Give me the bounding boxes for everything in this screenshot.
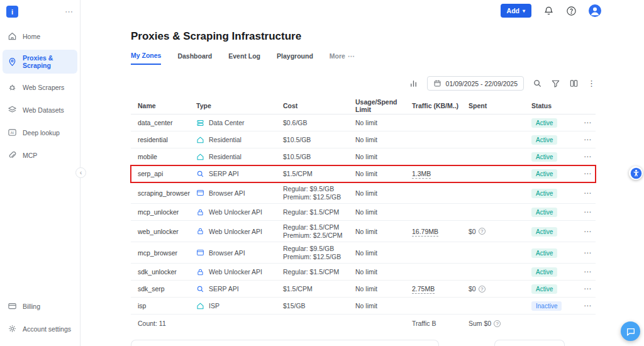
tab-more[interactable]: More⋯ — [330, 52, 355, 65]
sidebar-item-home[interactable]: Home — [3, 27, 77, 45]
col-cost[interactable]: Cost — [283, 102, 355, 109]
add-button-label: Add — [507, 7, 519, 14]
row-menu-icon[interactable]: ⋯ — [584, 248, 591, 257]
row-menu-icon[interactable]: ⋯ — [584, 301, 591, 310]
status-badge: Inactive — [531, 301, 562, 311]
sidebar-item-proxies-scraping[interactable]: Proxies & Scraping — [3, 50, 77, 74]
row-menu-icon[interactable]: ⋯ — [584, 227, 591, 236]
table-row[interactable]: web_unlocker Web Unlocker API Regular: $… — [131, 221, 596, 242]
status-badge: Active — [531, 152, 557, 162]
sidebar-item-billing[interactable]: Billing — [3, 297, 77, 315]
add-button[interactable]: Add ▾ — [501, 4, 531, 18]
col-traffic[interactable]: Traffic (KB/M..) — [412, 102, 469, 109]
zone-cost: Regular: $1.5/CPM — [283, 268, 355, 276]
table-row[interactable]: scraping_browser Browser API Regular: $9… — [131, 182, 596, 204]
sidebar-item-label: MCP — [23, 152, 37, 159]
zone-name: scraping_browser — [138, 189, 196, 197]
toolbar-menu-icon[interactable]: ⋮ — [587, 79, 596, 88]
zone-traffic[interactable]: 16.79MB — [412, 228, 438, 237]
zone-type: SERP API — [209, 170, 239, 177]
zone-limit: No limit — [355, 285, 412, 293]
help-icon[interactable]: ? — [494, 320, 501, 327]
zones-table-body: data_center Data Center $0.6/GB No limit… — [131, 114, 596, 315]
zone-type: Web Unlocker API — [209, 268, 262, 276]
columns-icon[interactable] — [569, 79, 579, 88]
table-row[interactable]: sdk_unlocker Web Unlocker API Regular: $… — [131, 264, 596, 281]
table-row[interactable]: mcp_browser Browser API Regular: $9.5/GB… — [131, 242, 596, 264]
zone-type: Residential — [209, 136, 242, 143]
help-icon[interactable]: ? — [479, 228, 486, 235]
user-avatar[interactable] — [589, 4, 601, 17]
zone-traffic[interactable]: 1.3MB — [412, 170, 431, 179]
sidebar-item-web-datasets[interactable]: Web Datasets — [3, 101, 77, 119]
table-row[interactable]: data_center Data Center $0.6/GB No limit… — [131, 114, 596, 131]
lock-icon — [196, 227, 204, 235]
tabs-bar: My Zones Dashboard Event Log Playground … — [131, 52, 596, 65]
sidebar-item-label: Proxies & Scraping — [23, 54, 72, 69]
status-badge: Active — [531, 118, 557, 128]
help-circle-icon[interactable] — [566, 6, 577, 16]
row-menu-icon[interactable]: ⋯ — [584, 152, 591, 161]
tab-playground[interactable]: Playground — [277, 52, 313, 65]
row-menu-icon[interactable]: ⋯ — [584, 208, 591, 216]
table-toolbar: 01/09/2025 - 22/09/2025 ⋮ — [131, 76, 596, 91]
row-menu-icon[interactable]: ⋯ — [584, 189, 591, 198]
zone-cost: $10.5/GB — [283, 136, 355, 144]
sidebar-item-label: Home — [23, 33, 40, 40]
sidebar-item-label: Web Datasets — [23, 106, 64, 114]
sidebar-collapse-button[interactable]: ‹ — [75, 167, 86, 178]
footer-spent-sum: Sum $0 — [469, 320, 491, 327]
row-menu-icon[interactable]: ⋯ — [584, 169, 591, 178]
accessibility-icon — [630, 167, 642, 179]
table-row[interactable]: sdk_serp SERP API $1.5/CPM No limit 2.75… — [131, 281, 596, 298]
sidebar-item-label: Deep lookup — [23, 129, 60, 137]
date-range-picker[interactable]: 01/09/2025 - 22/09/2025 — [427, 76, 524, 91]
ellipsis-icon: ⋯ — [348, 52, 355, 60]
notifications-bell-icon[interactable] — [543, 6, 554, 16]
row-menu-icon[interactable]: ⋯ — [584, 284, 591, 293]
zone-limit: No limit — [355, 208, 412, 216]
tab-my-zones[interactable]: My Zones — [131, 52, 161, 65]
status-badge: Active — [531, 284, 557, 294]
zone-cost: $0.6/GB — [283, 119, 355, 127]
sidebar-menu-icon[interactable]: ⋯ — [65, 7, 74, 16]
sidebar-item-account-settings[interactable]: Account settings — [3, 320, 77, 338]
chat-bubble-icon — [626, 326, 636, 337]
zone-cost: $1.5/CPM — [283, 285, 355, 293]
tab-dashboard[interactable]: Dashboard — [177, 52, 212, 65]
col-status[interactable]: Status — [531, 102, 584, 109]
row-menu-icon[interactable]: ⋯ — [584, 267, 591, 276]
col-name[interactable]: Name — [138, 102, 196, 109]
brand-logo[interactable]: i — [6, 6, 18, 18]
col-spent[interactable]: Spent — [469, 102, 531, 109]
table-row[interactable]: residential Residential $10.5/GB No limi… — [131, 131, 596, 148]
accessibility-widget-button[interactable] — [629, 166, 643, 180]
zone-name: residential — [138, 136, 196, 143]
zone-type: Browser API — [209, 189, 245, 197]
tab-event-log[interactable]: Event Log — [228, 52, 260, 65]
zone-cost: Regular: $9.5/GBPremium: $12.5/GB — [283, 185, 355, 201]
table-row[interactable]: mcp_unlocker Web Unlocker API Regular: $… — [131, 204, 596, 221]
table-row[interactable]: serp_api SERP API $1.5/CPM No limit 1.3M… — [131, 165, 596, 182]
sidebar-item-mcp[interactable]: MCP — [3, 146, 77, 164]
table-row[interactable]: isp ISP $15/GB No limit Inactive ⋯ — [131, 298, 596, 315]
footer-traffic-total: Traffic B — [412, 320, 469, 327]
table-row[interactable]: mobile Residential $10.5/GB No limit Act… — [131, 148, 596, 165]
zone-type: ISP — [209, 302, 219, 310]
row-menu-icon[interactable]: ⋯ — [584, 135, 591, 144]
col-type[interactable]: Type — [196, 102, 283, 109]
sidebar-item-web-scrapers[interactable]: Web Scrapers — [3, 78, 77, 96]
row-menu-icon[interactable]: ⋯ — [584, 118, 591, 127]
gear-icon — [8, 324, 17, 333]
search-icon[interactable] — [533, 79, 542, 88]
zone-traffic[interactable]: 2.75MB — [412, 285, 435, 294]
help-icon[interactable]: ? — [479, 286, 486, 293]
filter-icon[interactable] — [551, 79, 560, 88]
zone-limit: No limit — [355, 302, 412, 310]
table-header: Name Type Cost Usage/Spend Limit Traffic… — [131, 98, 596, 114]
chart-icon[interactable] — [409, 79, 418, 88]
sidebar-item-deep-lookup[interactable]: AI Deep lookup — [3, 123, 77, 142]
col-limit[interactable]: Usage/Spend Limit — [355, 98, 412, 113]
chat-widget-button[interactable] — [621, 321, 640, 341]
zone-name: isp — [138, 302, 196, 310]
